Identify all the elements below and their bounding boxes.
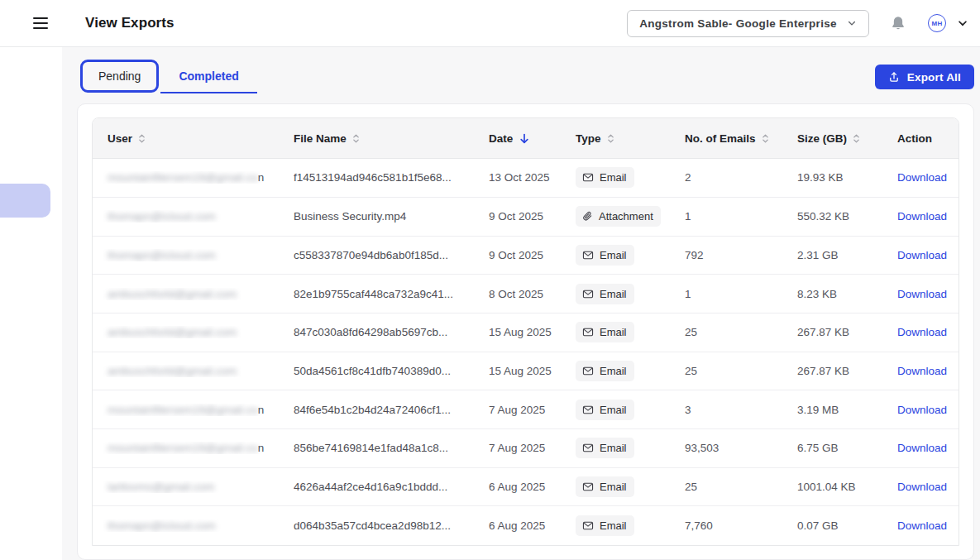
user-cell: ambuschforld@gmail.com (93, 365, 294, 377)
column-header-type[interactable]: Type (576, 132, 685, 145)
sidebar-item-highlight[interactable] (0, 184, 50, 218)
size-cell: 0.07 GB (797, 519, 897, 532)
no-of-emails-cell: 93,503 (685, 442, 797, 454)
date-cell: 6 Aug 2025 (489, 519, 576, 532)
download-link[interactable]: Download (897, 171, 947, 184)
redacted-user-email: ambuschforld@gmail.com (108, 288, 237, 300)
type-cell: Attachment (576, 206, 685, 227)
download-link[interactable]: Download (897, 481, 947, 493)
file-name-cell: 856be74169814e1fad48a1c8... (294, 442, 489, 454)
no-of-emails-cell: 792 (685, 249, 797, 261)
type-label: Email (600, 519, 627, 532)
table-row: mountainfilersem19@gmail.con 856be741698… (93, 429, 958, 468)
type-cell: Email (576, 284, 685, 304)
redacted-user-email: thomapn@icloud.com (108, 249, 216, 261)
type-badge: Email (576, 167, 634, 188)
column-header-no-of-emails[interactable]: No. of Emails (685, 132, 797, 145)
column-header-file-name[interactable]: File Name (294, 132, 489, 145)
file-name-cell: c558337870e94db6ab0f185d... (294, 249, 489, 261)
file-name-cell: 50da4561cf8c41dfb740389d0... (294, 365, 489, 377)
no-of-emails-cell: 2 (685, 171, 797, 184)
user-cell: thomapn@icloud.com (93, 210, 294, 223)
column-label: No. of Emails (685, 132, 756, 145)
download-link[interactable]: Download (897, 404, 947, 416)
column-header-user[interactable]: User (93, 132, 294, 145)
date-cell: 6 Aug 2025 (489, 481, 576, 493)
action-cell: Download (897, 481, 958, 493)
file-name-cell: 82e1b9755caf448ca732a9c41... (294, 288, 489, 300)
email-icon (582, 404, 594, 415)
size-cell: 19.93 KB (797, 171, 897, 184)
type-label: Email (600, 365, 627, 377)
table-row: mountainfilersem19@gmail.con f14513194ad… (93, 159, 958, 198)
no-of-emails-cell: 25 (685, 365, 797, 377)
redacted-user-email: thomapn@icloud.com (108, 210, 216, 223)
size-cell: 267.87 KB (797, 365, 897, 377)
action-cell: Download (897, 288, 958, 300)
notifications-button[interactable] (891, 16, 906, 31)
hamburger-menu-icon[interactable] (33, 17, 48, 29)
action-cell: Download (897, 249, 958, 261)
action-cell: Download (897, 210, 958, 223)
sort-caret-icon (762, 133, 769, 144)
type-cell: Email (576, 322, 685, 342)
tab-pending[interactable]: Pending (80, 60, 159, 93)
download-link[interactable]: Download (897, 326, 947, 338)
column-label: User (108, 132, 132, 145)
top-bar: View Exports Angstrom Sable- Google Ente… (0, 0, 980, 47)
table-row: thomapn@icloud.com Business Security.mp4… (93, 198, 958, 237)
table-header-row: UserFile NameDateTypeNo. of EmailsSize (… (93, 118, 958, 159)
column-label: Size (GB) (797, 132, 847, 145)
download-link[interactable]: Download (897, 365, 947, 377)
user-cell: ambuschforld@gmail.com (93, 288, 294, 300)
page-body: Pending Completed Export All UserFile Na… (0, 47, 980, 560)
download-link[interactable]: Download (897, 288, 947, 300)
user-cell: lartlovms@gmail.com (93, 481, 294, 493)
download-link[interactable]: Download (897, 442, 947, 454)
date-cell: 15 Aug 2025 (489, 326, 576, 338)
download-link[interactable]: Download (897, 519, 947, 532)
tabs-row: Pending Completed Export All (77, 60, 974, 103)
email-icon (582, 327, 594, 337)
top-bar-right: Angstrom Sable- Google Enterprise MH (627, 10, 968, 37)
type-label: Email (600, 171, 627, 184)
sort-caret-icon (138, 133, 146, 144)
type-label: Attachment (599, 210, 653, 223)
tab-completed[interactable]: Completed (160, 60, 256, 93)
avatar[interactable]: MH (928, 14, 946, 32)
download-link[interactable]: Download (897, 210, 947, 223)
type-label: Email (600, 326, 627, 338)
email-icon (582, 172, 594, 183)
type-badge: Email (576, 476, 634, 497)
file-name-cell: d064b35a57cd4bcea2d98b12... (294, 519, 489, 532)
column-header-size-gb[interactable]: Size (GB) (797, 132, 897, 145)
file-name-cell: f14513194ad946c581b1f5e68... (294, 171, 489, 184)
table-row: ambuschforld@gmail.com 82e1b9755caf448ca… (93, 275, 958, 314)
user-menu-chevron-icon[interactable] (957, 17, 968, 29)
type-badge: Email (576, 515, 634, 536)
organization-selector[interactable]: Angstrom Sable- Google Enterprise (627, 10, 869, 37)
size-cell: 6.75 GB (797, 442, 897, 454)
file-name-cell: 4626a44af2ce4d16a9c1bddd... (294, 481, 489, 493)
action-cell: Download (897, 171, 958, 184)
table-row: mountainfilersem19@gmail.con 84f6e54b1c2… (93, 390, 958, 429)
column-header-action: Action (897, 132, 958, 145)
date-cell: 7 Aug 2025 (489, 442, 576, 454)
export-all-label: Export All (907, 71, 961, 84)
redacted-user-email: ambuschforld@gmail.com (108, 365, 237, 377)
chevron-down-icon (847, 18, 857, 28)
no-of-emails-cell: 1 (685, 288, 797, 300)
user-email-suffix: n (258, 171, 265, 184)
type-badge: Email (576, 322, 634, 342)
type-badge: Email (576, 284, 634, 304)
action-cell: Download (897, 519, 958, 532)
export-all-button[interactable]: Export All (875, 65, 974, 89)
column-header-date[interactable]: Date (489, 132, 576, 145)
sort-caret-icon (352, 133, 360, 144)
size-cell: 550.32 KB (797, 210, 897, 223)
type-cell: Email (576, 476, 685, 497)
table-row: thomapn@icloud.com c558337870e94db6ab0f1… (93, 237, 958, 275)
user-cell: thomapn@icloud.com (93, 519, 294, 532)
file-name-cell: 84f6e54b1c2b4d24a72406cf1... (294, 404, 489, 416)
download-link[interactable]: Download (897, 249, 947, 261)
